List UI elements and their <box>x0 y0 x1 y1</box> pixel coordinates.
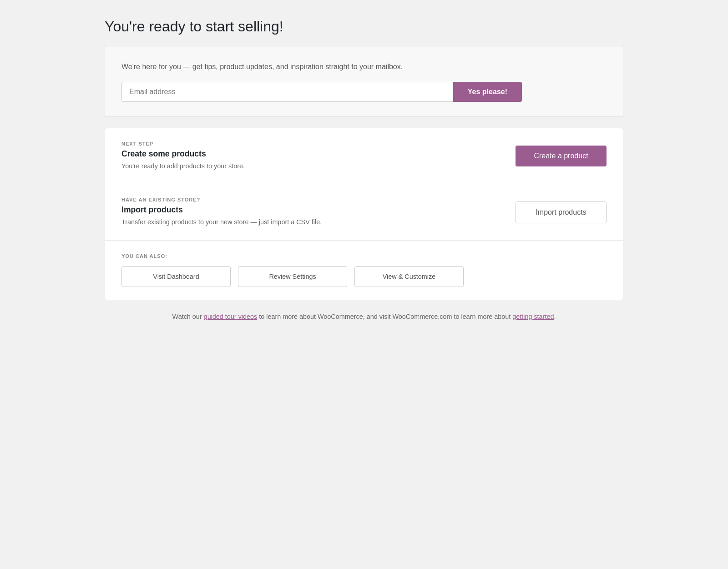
create-products-section: NEXT STEP Create some products You're re… <box>105 128 623 185</box>
footer-text: Watch our guided tour videos to learn mo… <box>105 311 623 322</box>
import-products-content: HAVE AN EXISTING STORE? Import products … <box>121 197 516 227</box>
also-label: YOU CAN ALSO: <box>121 253 607 259</box>
create-products-description: You're ready to add products to your sto… <box>121 161 497 171</box>
getting-started-link[interactable]: getting started <box>512 313 554 320</box>
import-products-section: HAVE AN EXISTING STORE? Import products … <box>105 184 623 241</box>
create-products-title: Create some products <box>121 149 497 159</box>
footer-text-after-link1: to learn more about WooCommerce, and vis… <box>257 313 512 320</box>
create-product-button[interactable]: Create a product <box>516 146 607 166</box>
page-title: You're ready to start selling! <box>105 18 623 35</box>
create-products-content: NEXT STEP Create some products You're re… <box>121 141 516 171</box>
newsletter-description: We're here for you — get tips, product u… <box>121 61 495 73</box>
next-step-label: NEXT STEP <box>121 141 497 146</box>
view-customize-button[interactable]: View & Customize <box>354 266 464 287</box>
email-input[interactable] <box>121 82 453 102</box>
cards-container: NEXT STEP Create some products You're re… <box>105 128 623 300</box>
import-products-description: Transfer existing products to your new s… <box>121 217 497 227</box>
import-products-button[interactable]: Import products <box>516 201 607 223</box>
page-container: You're ready to start selling! We're her… <box>105 18 623 551</box>
footer-text-period: . <box>554 313 556 320</box>
also-section: YOU CAN ALSO: Visit Dashboard Review Set… <box>105 241 623 300</box>
review-settings-button[interactable]: Review Settings <box>238 266 347 287</box>
newsletter-form: Yes please! <box>121 82 522 102</box>
yes-please-button[interactable]: Yes please! <box>453 82 522 102</box>
import-products-title: Import products <box>121 205 497 215</box>
guided-tour-link[interactable]: guided tour videos <box>204 313 258 320</box>
newsletter-section: We're here for you — get tips, product u… <box>105 46 623 117</box>
footer-text-before-link1: Watch our <box>172 313 204 320</box>
existing-store-label: HAVE AN EXISTING STORE? <box>121 197 497 202</box>
visit-dashboard-button[interactable]: Visit Dashboard <box>121 266 231 287</box>
also-buttons: Visit Dashboard Review Settings View & C… <box>121 266 607 287</box>
